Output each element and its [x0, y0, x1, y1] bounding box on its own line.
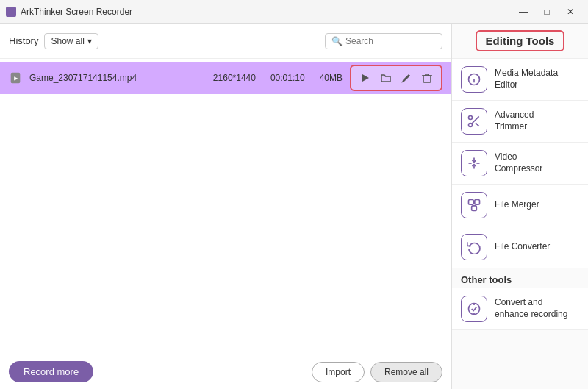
file-merger-icon-wrap	[461, 192, 487, 218]
video-compressor-icon-wrap	[461, 150, 487, 176]
file-type-icon	[9, 71, 22, 85]
file-list: Game_230717141154.mp4 2160*1440 00:01:10…	[0, 59, 451, 354]
svg-line-11	[476, 123, 479, 126]
media-metadata-icon-wrap	[461, 66, 487, 93]
chevron-down-icon: ▾	[87, 36, 92, 46]
video-compressor-label: VideoCompressor	[495, 151, 542, 174]
tool-media-metadata[interactable]: Media MetadataEditor	[452, 59, 588, 101]
left-panel: History Show all ▾ 🔍 Game_230717141154.m…	[0, 24, 452, 389]
delete-button[interactable]	[417, 68, 437, 88]
svg-rect-16	[469, 200, 474, 205]
media-metadata-label: Media MetadataEditor	[495, 68, 558, 90]
tool-file-converter[interactable]: File Converter	[452, 226, 588, 268]
table-row: Game_230717141154.mp4 2160*1440 00:01:10…	[0, 62, 451, 94]
folder-button[interactable]	[376, 68, 395, 88]
file-name: Game_230717141154.mp4	[29, 73, 206, 83]
scissors-icon	[467, 114, 481, 129]
enhance-icon	[467, 301, 481, 316]
title-bar-left: ArkThinker Screen Recorder	[6, 7, 132, 17]
file-duration: 00:01:10	[270, 73, 305, 83]
tool-advanced-trimmer[interactable]: AdvancedTrimmer	[452, 101, 588, 143]
search-input[interactable]	[345, 36, 434, 46]
file-converter-icon-wrap	[461, 234, 487, 260]
other-tools-header: Other tools	[452, 268, 588, 288]
right-panel: Editing Tools Media MetadataEditor Advan…	[452, 24, 588, 389]
tool-file-merger[interactable]: File Merger	[452, 185, 588, 226]
title-bar: ArkThinker Screen Recorder — □ ✕	[0, 0, 588, 24]
show-all-dropdown[interactable]: Show all ▾	[44, 33, 98, 49]
tool-convert-enhance[interactable]: Convert andenhance recording	[452, 288, 588, 330]
file-converter-label: File Converter	[495, 241, 550, 253]
file-size: 40MB	[320, 73, 343, 83]
play-button[interactable]	[356, 68, 375, 88]
file-meta: 2160*1440 00:01:10 40MB	[213, 73, 343, 83]
file-actions	[350, 65, 442, 91]
record-more-button[interactable]: Record more	[9, 361, 93, 382]
compress-icon	[467, 156, 481, 171]
info-icon	[467, 72, 481, 87]
tool-video-compressor[interactable]: VideoCompressor	[452, 143, 588, 185]
app-title: ArkThinker Screen Recorder	[21, 7, 132, 17]
other-tools-label: Other tools	[461, 274, 512, 285]
search-box[interactable]: 🔍	[325, 33, 442, 49]
convert-icon	[467, 240, 481, 254]
merge-icon	[467, 198, 481, 213]
svg-rect-18	[472, 206, 477, 211]
minimize-button[interactable]: —	[512, 0, 535, 24]
history-label: History	[9, 35, 38, 46]
editing-tools-label: Editing Tools	[476, 30, 565, 51]
svg-rect-17	[475, 200, 480, 205]
svg-point-8	[469, 116, 473, 120]
edit-button[interactable]	[397, 68, 416, 88]
app-icon	[6, 7, 16, 17]
editing-tools-header: Editing Tools	[452, 24, 588, 59]
main-layout: History Show all ▾ 🔍 Game_230717141154.m…	[0, 24, 588, 389]
advanced-trimmer-label: AdvancedTrimmer	[495, 110, 534, 132]
remove-all-button[interactable]: Remove all	[370, 362, 442, 382]
close-button[interactable]: ✕	[559, 0, 582, 24]
bottom-bar: Record more Import Remove all	[0, 354, 451, 389]
svg-point-9	[469, 124, 473, 127]
search-icon: 🔍	[331, 36, 343, 46]
maximize-button[interactable]: □	[535, 0, 559, 24]
file-resolution: 2160*1440	[213, 73, 256, 83]
toolbar: History Show all ▾ 🔍	[0, 24, 451, 59]
svg-marker-2	[362, 74, 369, 82]
file-merger-label: File Merger	[495, 199, 539, 211]
convert-enhance-label: Convert andenhance recording	[495, 297, 567, 320]
convert-enhance-icon-wrap	[461, 296, 487, 322]
svg-rect-3	[423, 76, 431, 82]
advanced-trimmer-icon-wrap	[461, 108, 487, 135]
show-all-label: Show all	[51, 36, 84, 46]
import-button[interactable]: Import	[312, 362, 365, 382]
title-bar-controls: — □ ✕	[512, 0, 582, 24]
